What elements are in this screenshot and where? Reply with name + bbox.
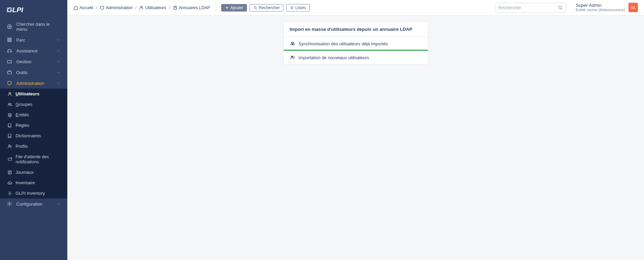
sidebar-item-gestion[interactable]: Gestion [0,56,67,67]
subnav-label: File d'attente des notifications [16,154,61,164]
svg-point-26 [291,56,293,57]
user-plus-icon [290,55,295,60]
layers-icon [7,113,12,117]
shield-icon [7,80,12,86]
wallet-icon [7,59,12,64]
main: Accueil / Administration / Utilisateurs … [67,0,644,260]
user-check-icon [7,144,12,149]
crumb-label: Accueil [79,5,93,10]
button-label: Rechercher [259,5,280,10]
logo[interactable]: GLPI [0,0,67,19]
briefcase-icon [7,70,12,75]
subnav-label: GLPI Inventory [16,191,45,196]
sidebar-item-label: Assistance [16,48,56,53]
sync-users-row[interactable]: Synchronisation des utilisateurs déjà im… [284,37,428,51]
sidebar-search-menu[interactable]: Chercher dans le menu [0,19,67,34]
gear-icon [7,201,12,207]
chevron-down-icon [56,70,61,74]
book-icon [7,123,12,128]
arrow-right-icon [7,24,12,29]
svg-point-18 [9,203,10,205]
sidebar-item-outils[interactable]: Outils [0,67,67,78]
svg-point-24 [293,42,294,43]
crumb-ldap[interactable]: Annuaires LDAP [173,5,210,10]
search-input[interactable] [498,5,558,10]
news-icon [7,170,12,175]
gear-icon [7,191,12,196]
plus-icon [225,6,229,10]
breadcrumb: Accueil / Administration / Utilisateurs … [73,5,210,10]
crumb-administration[interactable]: Administration [100,5,133,10]
svg-rect-9 [7,71,12,74]
svg-point-22 [559,6,561,8]
users-icon [7,102,12,107]
crumb-label: Administration [106,5,133,10]
dashboard-icon [7,37,12,43]
crumb-utilisateurs[interactable]: Utilisateurs [139,5,166,10]
subnav-label: Journaux [16,170,33,175]
divider [215,3,216,12]
global-search[interactable] [495,3,566,13]
svg-point-11 [9,103,10,104]
button-label: Listes [295,5,306,10]
content: Import en masse d'utilisateurs depuis un… [67,16,644,260]
chevron-down-icon [56,60,61,64]
subnav-regles[interactable]: Règles [0,120,67,131]
sidebar-item-configuration[interactable]: Configuration [0,198,67,209]
subnav-label: Utilisateurs [16,91,40,96]
import-new-users-row[interactable]: Importation de nouveaux utilisateurs [284,51,428,64]
book-icon [7,134,12,138]
user-entity: Entité racine (Arborescence) [576,8,625,13]
sidebar-item-assistance[interactable]: Assistance [0,45,67,56]
sidebar-item-label: Administration [16,81,56,86]
notification-icon [7,157,12,162]
chevron-down-icon [56,81,61,85]
svg-point-10 [9,92,11,94]
add-button[interactable]: Ajouter [221,4,247,11]
sidebar-item-label: Outils [16,70,56,75]
row-label: Importation de nouveaux utilisateurs [299,55,369,60]
subnav-groupes[interactable]: Groupes [0,99,67,110]
user-text: Super-Admin Entité racine (Arborescence) [576,3,625,13]
separator: / [135,5,137,10]
sidebar-item-parc[interactable]: Parc [0,34,67,45]
svg-rect-8 [7,61,12,63]
search-button[interactable]: Rechercher [250,4,283,11]
svg-point-13 [9,145,10,146]
subnav-queue[interactable]: File d'attente des notifications [0,151,67,167]
crumb-accueil[interactable]: Accueil [73,5,93,10]
star-icon [290,6,294,10]
separator: / [95,5,97,10]
svg-point-12 [10,103,11,104]
subnav-label: Groupes [16,102,32,107]
subnav-profils[interactable]: Profils [0,141,67,151]
svg-point-17 [9,193,10,194]
user-icon [139,5,144,10]
subnav-journaux[interactable]: Journaux [0,167,67,178]
sidebar-item-label: Configuration [16,202,56,207]
user-icon [7,92,12,96]
user-block[interactable]: Super-Admin Entité racine (Arborescence)… [576,3,638,13]
card-title: Import en masse d'utilisateurs depuis un… [284,22,428,37]
crumb-label: Annuaires LDAP [179,5,210,10]
subnav-entites[interactable]: Entités [0,110,67,120]
users-icon [290,41,295,46]
subnav-glpi-inventory[interactable]: GLPI Inventory [0,188,67,198]
avatar[interactable]: GL [628,3,638,12]
import-card: Import en masse d'utilisateurs depuis un… [283,22,428,65]
svg-rect-7 [10,51,11,52]
subnav-dictionnaires[interactable]: Dictionnaires [0,131,67,141]
lists-button[interactable]: Listes [286,4,309,11]
subnav-inventaire[interactable]: Inventaire [0,178,67,188]
chevron-down-icon [56,38,61,42]
subnav-label: Dictionnaires [16,133,41,138]
search-icon [558,5,563,10]
subnav-utilisateurs[interactable]: Utilisateurs [0,89,67,99]
headset-icon [7,48,12,53]
home-icon [73,5,78,10]
sidebar-nav: Chercher dans le menu Parc Assistance [0,19,67,209]
admin-subnav: Utilisateurs Groupes Entités Règles [0,89,67,198]
svg-rect-3 [10,38,11,40]
shield-icon [100,5,105,10]
sidebar-item-administration[interactable]: Administration [0,78,67,89]
